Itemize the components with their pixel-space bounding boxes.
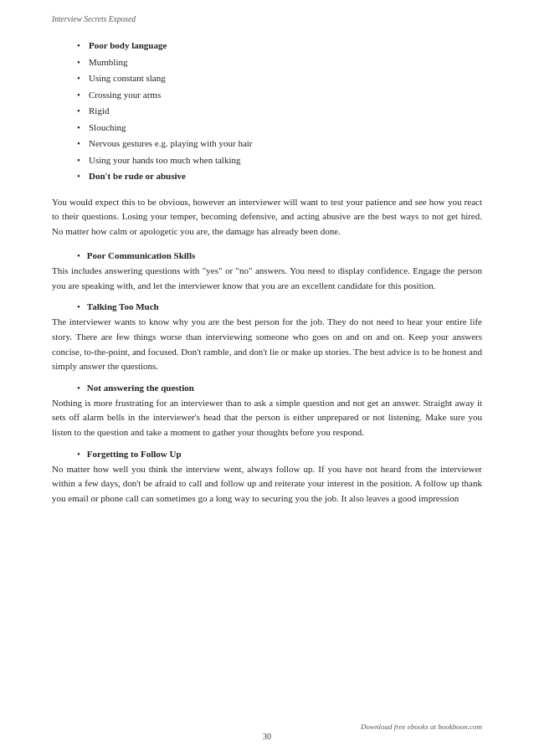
- section-2: •Not answering the questionNothing is mo…: [52, 383, 482, 440]
- header-title: Interview Secrets Exposed: [52, 15, 136, 23]
- page: Interview Secrets Exposed Poor body lang…: [0, 0, 534, 756]
- section-heading-1: •Talking Too Much: [77, 301, 482, 311]
- paragraph-1: You would expect this to be obvious, how…: [52, 195, 482, 239]
- bullet-item-4: Rigid: [77, 104, 482, 118]
- bullet-item-6: Nervous gestures e.g. playing with your …: [77, 136, 482, 151]
- page-header: Interview Secrets Exposed: [52, 15, 482, 23]
- page-footer: 30: [0, 731, 534, 741]
- bullet-item-8: Don't be rude or abusive: [77, 169, 482, 183]
- section-body-1: The interviewer wants to know why you ar…: [52, 315, 482, 373]
- bullet-item-7: Using your hands too much when talking: [77, 153, 482, 167]
- bullet-item-0: Poor body language: [77, 39, 482, 53]
- bullet-item-5: Slouching: [77, 121, 482, 135]
- bullet-item-2: Using constant slang: [77, 71, 482, 85]
- section-1: •Talking Too MuchThe interviewer wants t…: [52, 301, 482, 373]
- section-body-0: This includes answering questions with "…: [52, 264, 482, 293]
- section-heading-3: •Forgetting to Follow Up: [77, 449, 482, 459]
- section-heading-2: •Not answering the question: [77, 383, 482, 393]
- section-heading-0: •Poor Communication Skills: [77, 250, 482, 260]
- sections-container: •Poor Communication SkillsThis includes …: [52, 250, 482, 506]
- bullet-item-3: Crossing your arms: [77, 88, 482, 102]
- section-0: •Poor Communication SkillsThis includes …: [52, 250, 482, 293]
- main-bullet-list: Poor body languageMumblingUsing constant…: [77, 39, 482, 183]
- download-link: Download free ebooks at bookboon.com: [361, 723, 482, 731]
- section-body-2: Nothing is more frustrating for an inter…: [52, 396, 482, 440]
- bullet-item-1: Mumbling: [77, 55, 482, 69]
- section-3: •Forgetting to Follow UpNo matter how we…: [52, 449, 482, 507]
- section-body-3: No matter how well you think the intervi…: [52, 462, 482, 507]
- page-number: 30: [263, 732, 271, 741]
